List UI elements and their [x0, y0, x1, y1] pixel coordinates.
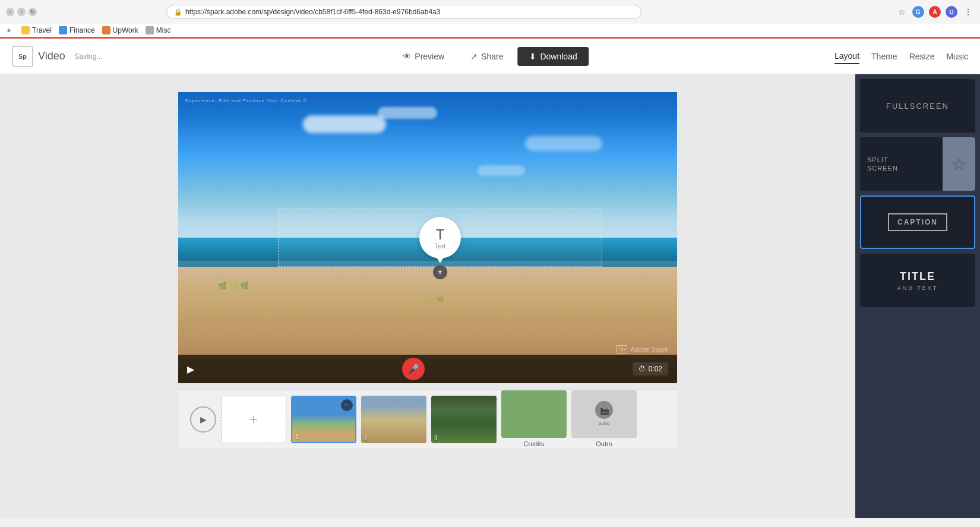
text-bubble[interactable]: T Text	[419, 217, 461, 258]
forward-button[interactable]: ›	[17, 8, 26, 16]
caption-preview: CAPTION	[860, 195, 975, 249]
clock-icon: ⏱	[638, 365, 646, 373]
app-title: Video	[38, 50, 65, 62]
download-button[interactable]: ⬇ Download	[517, 47, 589, 66]
split-screen-preview: SPLITSCREEN ☆	[860, 137, 975, 191]
video-controls: ▶ 🎤 ⏱ 0:02	[178, 355, 677, 383]
bookmark-travel[interactable]: Travel	[21, 26, 52, 34]
adobe-spark-watermark: Sp Adobe Spark	[616, 345, 668, 354]
bookmarks-bar: ★ Travel Finance UpWork Misc	[0, 24, 980, 39]
browser-chrome: ‹ › ↻ 🔒 https://spark.adobe.com/sp/desig…	[0, 0, 980, 39]
url-text: https://spark.adobe.com/sp/design/video/…	[185, 8, 440, 16]
bookmark-misc-icon	[146, 26, 154, 34]
tab-resize[interactable]: Resize	[909, 49, 935, 64]
editor-area: 🌿 🌱 🌿 🌱 🌿 Experience, Edit and Produce Y…	[0, 74, 855, 518]
add-slide-button[interactable]: +	[221, 396, 286, 443]
back-button[interactable]: ‹	[6, 8, 14, 16]
slide-outro-wrapper: 🎬 outro Outro	[571, 390, 637, 438]
preview-icon: 👁	[403, 52, 411, 61]
sp-logo-badge: Sp	[12, 46, 33, 67]
saving-status: Saving...	[75, 52, 103, 61]
main-content: 🌿 🌱 🌿 🌱 🌿 Experience, Edit and Produce Y…	[0, 74, 980, 518]
play-button[interactable]: ▶	[187, 364, 194, 375]
title-label: TITLE	[900, 270, 935, 283]
lock-icon: 🔒	[174, 8, 182, 16]
timeline: ▶ + ··· 1 2 3	[178, 389, 677, 449]
bookmark-finance[interactable]: Finance	[59, 26, 95, 34]
layout-option-caption[interactable]: CAPTION	[860, 195, 975, 249]
video-watermark: Experience, Edit and Produce Your Conten…	[185, 98, 307, 103]
tab-theme[interactable]: Theme	[871, 49, 897, 64]
outro-label: Outro	[596, 440, 612, 447]
bookmark-misc[interactable]: Misc	[146, 26, 171, 34]
time-display: ⏱ 0:02	[633, 362, 668, 375]
video-canvas[interactable]: 🌿 🌱 🌿 🌱 🌿 Experience, Edit and Produce Y…	[178, 92, 677, 383]
bookmark-star-icon[interactable]: ☆	[896, 6, 908, 18]
mic-icon: 🎤	[407, 364, 419, 375]
preview-button[interactable]: 👁 Preview	[391, 47, 456, 66]
refresh-button[interactable]: ↻	[29, 8, 37, 16]
split-screen-right: ☆	[943, 137, 975, 191]
fullscreen-preview: FULLSCREEN	[860, 79, 975, 132]
extension-icon-2[interactable]: A	[929, 6, 941, 18]
slide-3-number: 3	[434, 435, 438, 441]
video-text-area[interactable]: T Text +	[278, 209, 602, 267]
outro-subtitle: outro	[599, 421, 609, 427]
download-icon: ⬇	[529, 52, 536, 61]
slide-1-menu[interactable]: ···	[341, 399, 353, 411]
text-bubble-label: Text	[435, 243, 445, 250]
layout-option-fullscreen[interactable]: FULLSCREEN	[860, 79, 975, 132]
tab-layout[interactable]: Layout	[834, 49, 859, 64]
mic-button[interactable]: 🎤	[402, 358, 425, 380]
play-all-icon: ▶	[200, 415, 207, 424]
outro-icon: 🎬	[599, 405, 609, 415]
bookmark-upwork-icon	[102, 26, 110, 34]
header-tabs: Layout Theme Resize Music	[834, 49, 968, 64]
bookmark-finance-icon	[59, 26, 67, 34]
profile-icon[interactable]: U	[946, 6, 957, 18]
tab-music[interactable]: Music	[946, 49, 968, 64]
slide-2[interactable]: 2	[361, 396, 426, 443]
share-button[interactable]: ↗ Share	[459, 47, 515, 66]
layout-option-split-screen[interactable]: SPLITSCREEN ☆	[860, 137, 975, 191]
address-bar[interactable]: 🔒 https://spark.adobe.com/sp/design/vide…	[166, 5, 641, 19]
split-screen-left: SPLITSCREEN	[860, 137, 943, 191]
slide-credits-wrapper: Credits	[501, 390, 567, 438]
extension-icon-1[interactable]: G	[912, 6, 924, 18]
split-screen-label: SPLITSCREEN	[867, 156, 898, 173]
bookmark-travel-icon	[21, 26, 30, 34]
share-icon: ↗	[470, 52, 478, 61]
star-icon: ☆	[951, 154, 966, 174]
credits-label: Credits	[524, 440, 545, 447]
slide-credits[interactable]	[501, 390, 567, 438]
slide-outro[interactable]: 🎬 outro	[571, 390, 637, 438]
title-text-preview: TITLE AND TEXT	[860, 254, 975, 307]
app-logo: Sp Video Saving...	[12, 46, 102, 67]
add-slide-icon: +	[249, 411, 258, 428]
header-actions: 👁 Preview ↗ Share ⬇ Download	[391, 47, 589, 66]
title-subtitle: AND TEXT	[897, 285, 938, 291]
text-bubble-letter: T	[436, 226, 445, 243]
menu-icon[interactable]: ⋮	[962, 6, 974, 18]
slide-1-number: 1	[295, 434, 299, 440]
slide-1[interactable]: ··· 1	[291, 396, 356, 443]
slide-3[interactable]: 3	[431, 396, 497, 443]
play-all-button[interactable]: ▶	[190, 406, 216, 433]
fullscreen-label: FULLSCREEN	[886, 102, 949, 111]
slide-2-number: 2	[364, 435, 368, 441]
app-header: Sp Video Saving... 👁 Preview ↗ Share ⬇ D…	[0, 39, 980, 74]
add-text-button[interactable]: +	[433, 265, 447, 279]
sp-watermark-badge: Sp	[616, 345, 627, 354]
layout-option-title-text[interactable]: TITLE AND TEXT	[860, 254, 975, 307]
caption-label: CAPTION	[888, 213, 947, 231]
adobe-spark-text: Adobe Spark	[630, 346, 668, 353]
right-panel: FULLSCREEN SPLITSCREEN ☆ CAPTION TITLE	[855, 74, 980, 518]
bookmark-upwork[interactable]: UpWork	[102, 26, 138, 34]
time-value: 0:02	[649, 365, 662, 373]
